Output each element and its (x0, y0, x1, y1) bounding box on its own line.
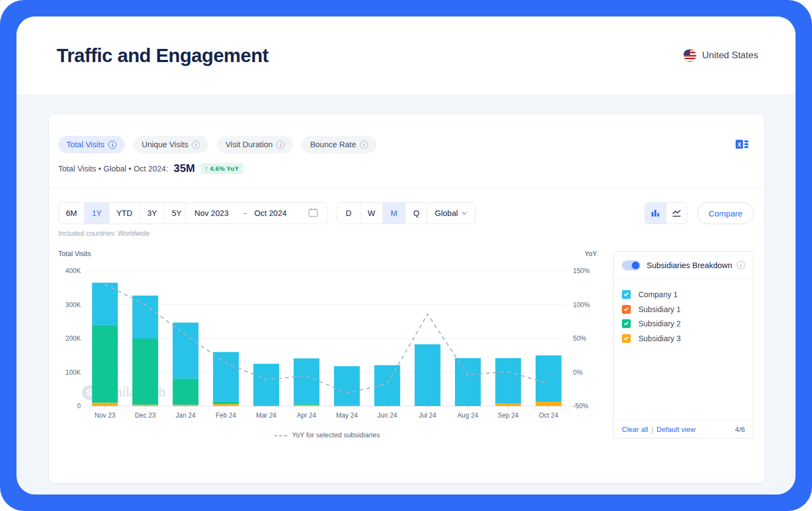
svg-text:Dec 23: Dec 23 (135, 412, 155, 419)
svg-text:100K: 100K (65, 369, 81, 376)
dashed-line-icon (274, 435, 287, 436)
legend-label: YoY for selected subsidiaries (292, 431, 380, 439)
svg-text:Sep 24: Sep 24 (498, 412, 519, 419)
chart-legend: YoY for selected subsidiaries (87, 431, 566, 439)
chart-plot-area[interactable]: 400K300K200K100K0150%100%50%0%-50%Nov 23… (87, 264, 566, 412)
subsidiaries-panel: Subsidiaries Breakdown i Company 1 Subsi… (613, 251, 754, 438)
summary-value: 35M (174, 162, 195, 175)
svg-text:-50%: -50% (573, 402, 588, 410)
check-icon (624, 292, 629, 296)
footer-separator: | (652, 425, 653, 434)
section-divider (49, 187, 764, 188)
range-ytd[interactable]: YTD (109, 203, 140, 224)
summary-label: Total Visits • Global • Oct 2024: (58, 164, 168, 173)
tab-label: Total Visits (66, 140, 104, 149)
granularity-group: D W M Q (337, 202, 428, 224)
traffic-chart[interactable]: S similarweb 400K300K200K100K0150%100%50… (87, 264, 566, 412)
default-view-link[interactable]: Default view (657, 425, 696, 434)
granularity-day[interactable]: D (337, 203, 360, 224)
left-axis-title: Total Visits (58, 250, 91, 258)
checkbox-subsidiary-1[interactable] (622, 305, 631, 314)
list-item-subsidiary-1[interactable]: Subsidiary 1 (622, 302, 745, 317)
calendar-icon (308, 207, 319, 220)
yoy-badge-text: 4.6% YoY (210, 165, 238, 172)
right-axis-title: YoY (585, 250, 597, 258)
item-label: Subsidiary 1 (638, 305, 681, 314)
line-chart-icon[interactable] (666, 203, 687, 224)
metric-tabs: Total Visits i Unique Visits i Visit Dur… (58, 136, 376, 153)
item-label: Company 1 (638, 290, 678, 299)
granularity-week[interactable]: W (360, 203, 382, 224)
subsidiaries-list: Company 1 Subsidiary 1 Subsidiary 2 (614, 279, 753, 346)
svg-text:0: 0 (77, 402, 81, 410)
tab-total-visits[interactable]: Total Visits i (58, 136, 125, 153)
app-panel: Traffic and Engagement United States Tot… (16, 16, 796, 495)
svg-text:Mar 24: Mar 24 (256, 412, 277, 419)
granularity-month[interactable]: M (382, 203, 405, 224)
svg-text:0%: 0% (573, 369, 583, 376)
export-excel-icon[interactable]: X (736, 138, 749, 152)
country-selector[interactable]: United States (683, 49, 758, 62)
checkbox-subsidiary-2[interactable] (622, 319, 631, 328)
item-label: Subsidiary 3 (638, 334, 681, 343)
subsidiaries-footer: Clear all|Default view 4/6 (614, 420, 753, 438)
date-range-picker[interactable]: Nov 2023 - Oct 2024 (185, 202, 328, 224)
region-label: Global (435, 209, 458, 218)
svg-text:150%: 150% (573, 267, 590, 275)
tab-visit-duration[interactable]: Visit Duration i (217, 136, 293, 153)
screenshot-root: Traffic and Engagement United States Tot… (0, 0, 812, 511)
granularity-quarter[interactable]: Q (405, 203, 427, 224)
footer-links: Clear all|Default view (622, 425, 696, 434)
svg-text:400K: 400K (65, 267, 81, 275)
selection-count: 4/6 (735, 425, 745, 434)
subsidiaries-toggle[interactable] (622, 260, 641, 270)
info-icon[interactable]: i (360, 141, 368, 149)
svg-text:Jun 24: Jun 24 (377, 412, 397, 419)
info-icon[interactable]: i (108, 141, 116, 149)
check-icon (624, 321, 629, 325)
range-6m[interactable]: 6M (59, 203, 84, 224)
checkbox-subsidiary-3[interactable] (622, 334, 631, 343)
bar-chart-icon[interactable] (645, 203, 666, 224)
svg-text:Jan 24: Jan 24 (176, 412, 196, 419)
item-label: Subsidiary 2 (638, 319, 681, 328)
svg-text:300K: 300K (65, 301, 81, 309)
range-3y[interactable]: 3Y (140, 203, 164, 224)
tab-label: Unique Visits (142, 140, 188, 149)
svg-text:Apr 24: Apr 24 (297, 412, 316, 419)
info-icon[interactable]: i (276, 141, 285, 149)
yoy-badge: ↑ 4.6% YoY (201, 163, 243, 174)
tab-bounce-rate[interactable]: Bounce Rate i (302, 136, 376, 153)
date-to: Oct 2024 (254, 209, 287, 218)
svg-text:Nov 23: Nov 23 (94, 412, 115, 419)
included-countries: Included countries: Worldwide (58, 230, 150, 237)
date-from: Nov 2023 (194, 209, 229, 218)
svg-text:50%: 50% (573, 335, 586, 342)
tab-label: Bounce Rate (310, 140, 356, 149)
info-icon[interactable]: i (737, 261, 745, 269)
list-item-subsidiary-3[interactable]: Subsidiary 3 (622, 331, 745, 346)
checkbox-company-1[interactable] (622, 290, 631, 299)
list-item-company-1[interactable]: Company 1 (622, 287, 745, 302)
svg-text:200K: 200K (65, 335, 81, 342)
country-label: United States (702, 50, 758, 61)
info-icon[interactable]: i (192, 141, 200, 149)
controls-row: 6M 1Y YTD 3Y 5Y Nov 2023 - Oct 2024 (49, 202, 764, 224)
blue-frame: Traffic and Engagement United States Tot… (0, 0, 812, 511)
svg-text:100%: 100% (573, 301, 590, 309)
range-1y[interactable]: 1Y (84, 203, 109, 224)
chevron-down-icon (461, 212, 467, 215)
check-icon (624, 307, 629, 311)
tab-unique-visits[interactable]: Unique Visits i (134, 136, 208, 153)
list-item-subsidiary-2[interactable]: Subsidiary 2 (622, 316, 745, 331)
us-flag-icon (683, 49, 697, 62)
svg-text:X: X (737, 141, 741, 148)
tab-label: Visit Duration (225, 140, 272, 149)
chart-type-toggle (644, 202, 687, 224)
summary-row: Total Visits • Global • Oct 2024: 35M ↑ … (58, 162, 243, 175)
region-dropdown[interactable]: Global (426, 202, 476, 224)
arrow-up-icon: ↑ (205, 165, 208, 172)
page-title: Traffic and Engagement (57, 45, 269, 66)
clear-all-link[interactable]: Clear all (622, 425, 648, 434)
compare-button[interactable]: Compare (697, 202, 754, 224)
